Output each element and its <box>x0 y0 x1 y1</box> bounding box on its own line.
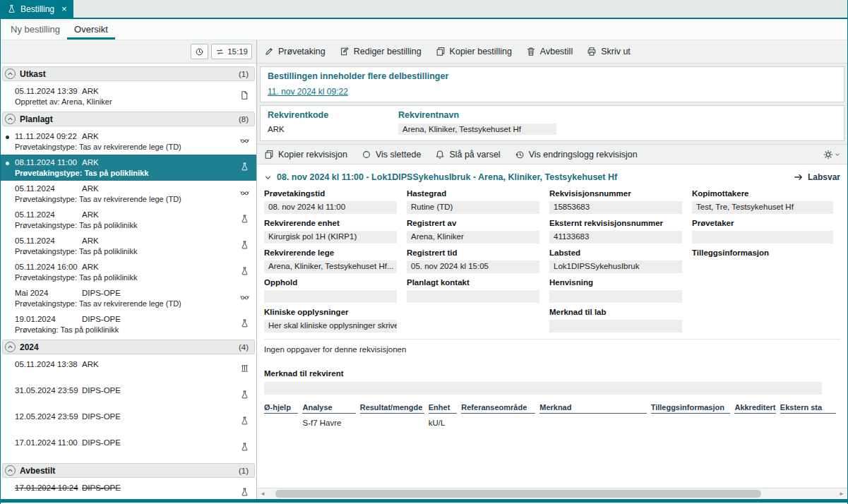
order-date: 05.11.2024 <box>15 236 82 246</box>
copy-icon <box>264 150 274 160</box>
order-source: DIPS-OPE <box>82 412 121 422</box>
collapse-chevron-icon[interactable] <box>5 114 16 124</box>
window-tab-bestilling[interactable]: Bestilling × <box>1 0 73 18</box>
rediger-bestilling-button[interactable]: Rediger bestilling <box>340 47 422 56</box>
order-source: ARK <box>82 210 99 220</box>
cell-tilleggsinformasjon <box>651 414 731 427</box>
order-desc: Prøvetakingstype: Tas på poliklinikk <box>15 168 235 179</box>
collapse-chevron-icon[interactable] <box>5 68 16 79</box>
requisition-panel: 08. nov 2024 kl 11:00 - Lok1DIPSSykehusI… <box>257 164 847 488</box>
column-header-enhet[interactable]: Enhet <box>429 403 458 414</box>
order-desc: Prøvetakingstype: Tas av rekvirerende le… <box>15 299 235 309</box>
expand-chevron-icon[interactable] <box>264 174 272 181</box>
requisition-header[interactable]: 08. nov 2024 kl 11:00 - Lok1DIPSSykehusI… <box>264 168 840 186</box>
field-value: 41133683 <box>549 231 682 244</box>
nav-tab-ny-bestilling[interactable]: Ny bestilling <box>4 19 67 40</box>
column-header-akkreditert[interactable]: Akkreditert <box>734 403 775 414</box>
section-count: (8) <box>239 115 249 124</box>
order-desc: Prøvetakingstype: Tas av rekvirerende le… <box>15 142 235 152</box>
field-value: 05. nov 2024 kl 15:05 <box>407 260 539 273</box>
order-date: Mai 2024 <box>15 288 82 299</box>
vis-endringslogg-button[interactable]: Vis endringslogg rekvisisjon <box>515 150 638 160</box>
kopier-rekvisisjon-button[interactable]: Kopier rekvisisjon <box>264 150 347 160</box>
order-list-item[interactable]: 05.11.2024 13:38ARK <box>1 356 256 383</box>
sidebar-section-planlagt[interactable]: Planlagt (8) <box>2 112 255 126</box>
column-header-ohjelp[interactable]: Ø-hjelp <box>264 403 298 414</box>
scroll-thumb[interactable] <box>275 490 761 498</box>
tab-close-icon[interactable]: × <box>61 4 67 14</box>
kopier-bestilling-button[interactable]: Kopier bestilling <box>436 47 512 56</box>
merknad-input <box>264 382 822 395</box>
section-title: 2024 <box>20 342 39 352</box>
field-kliniske-opplysninger: Kliniske opplysninger Her skal kliniske … <box>264 308 397 332</box>
sla-pa-varsel-button[interactable]: Slå på varsel <box>435 150 500 160</box>
flask-icon <box>240 318 249 330</box>
sidebar-section-avbestilt[interactable]: Avbestilt (1) <box>2 463 255 478</box>
sidebar-section-2024[interactable]: 2024 (4) <box>2 340 255 354</box>
scroll-left-button[interactable]: ◄ <box>260 491 265 497</box>
field-registrert-av: Registrert av Arena, Kliniker <box>407 219 539 244</box>
horizontal-scrollbar[interactable]: ◄ ► <box>257 488 847 499</box>
requisition-toolbar: Kopier rekvisisjon Vis slettede Slå på v… <box>257 144 847 164</box>
provetaking-button[interactable]: Prøvetaking <box>264 47 326 56</box>
section-count: (1) <box>239 467 249 475</box>
order-desc <box>15 448 235 458</box>
labsvar-button[interactable]: Labsvar <box>794 172 840 182</box>
order-date: 05.11.2024 <box>15 184 82 194</box>
field-hastegrad: Hastegrad Rutine (TD) <box>407 189 539 214</box>
scroll-right-button[interactable]: ► <box>839 491 844 497</box>
merknad-til-rekvirent-field: Merknad til rekvirent <box>264 369 840 395</box>
skriv-ut-button[interactable]: Skriv ut <box>587 47 631 56</box>
order-list-item[interactable]: 05.11.2024 13:39ARK Opprettet av: Arena,… <box>1 83 256 109</box>
field-opphold: Opphold <box>264 278 397 303</box>
settings-button[interactable] <box>823 150 840 160</box>
order-list-item[interactable]: 17.01.2024 11:00DIPS-OPE <box>1 435 256 461</box>
order-list-item-cancelled[interactable]: 17.01.2024 10:24DIPS-OPE <box>1 480 256 499</box>
bell-icon <box>435 150 445 160</box>
vis-slettede-button[interactable]: Vis slettede <box>362 150 421 160</box>
order-list-item[interactable]: 05.11.2024 16:00ARK Prøvetakingstype: Ta… <box>1 259 256 285</box>
doctor-sampling-icon <box>240 292 249 304</box>
collapse-chevron-icon[interactable] <box>5 465 16 476</box>
order-list-item[interactable]: 05.11.2024ARK Prøvetakingstype: Tas av r… <box>1 181 256 207</box>
refresh-time: 15:19 <box>227 47 248 56</box>
unread-dot <box>6 136 9 139</box>
order-source: ARK <box>82 86 99 97</box>
result-row[interactable]: S-f7 Havre kU/L <box>264 414 840 427</box>
avbestill-button[interactable]: Avbestill <box>526 47 573 56</box>
field-labsted: Labsted Lok1DIPSSykehusIbruk <box>549 248 682 273</box>
column-header-resultat[interactable]: Resultat/mengde <box>360 403 424 414</box>
order-list-item[interactable]: 05.11.2024ARK Prøvetakingstype: Tas på p… <box>1 207 256 233</box>
order-list-item[interactable]: 19.01.2024DIPS-OPE Prøvetaking: Tas på p… <box>1 311 256 337</box>
order-list-item[interactable]: 11.11.2024 09:22ARK Prøvetakingstype: Ta… <box>1 128 256 155</box>
order-list-item[interactable]: 12.05.2024 23:59DIPS-OPE <box>1 409 256 435</box>
field-value: Arena, Kliniker, Testsykehuset Hf... <box>264 260 397 273</box>
order-desc <box>15 422 235 432</box>
column-header-tilleggsinformasjon[interactable]: Tilleggsinformasjon <box>651 403 731 414</box>
column-header-referanseomrade[interactable]: Referanseområde <box>461 403 535 414</box>
column-header-ekstern[interactable]: Ekstern sta <box>780 403 836 414</box>
results-header-row: Ø-hjelp Analyse Resultat/mengde Enhet Re… <box>264 403 840 414</box>
order-list-item[interactable]: 05.11.2024ARK Prøvetakingstype: Tas på p… <box>1 233 256 259</box>
field-rekvirerende-enhet: Rekvirerende enhet Kirurgisk pol 1H (KIR… <box>264 219 397 244</box>
refresh-icon <box>215 47 225 56</box>
notice-title: Bestillingen inneholder flere delbestill… <box>268 71 837 81</box>
sidebar-section-utkast[interactable]: Utkast (1) <box>2 66 255 81</box>
field-value <box>549 320 682 332</box>
merknad-label: Merknad til rekvirent <box>264 369 840 379</box>
refresh-button[interactable]: 15:19 <box>211 44 252 59</box>
window-tab-bar: Bestilling × <box>1 0 847 19</box>
column-header-analyse[interactable]: Analyse <box>302 403 355 414</box>
order-source: ARK <box>82 359 99 370</box>
column-header-merknad[interactable]: Merknad <box>539 403 646 414</box>
nav-tab-oversikt[interactable]: Oversikt <box>67 19 115 40</box>
order-list-item[interactable]: Mai 2024DIPS-OPE Prøvetakingstype: Tas a… <box>1 285 256 311</box>
order-list-item-selected[interactable]: 08.11.2024 11:00ARK Prøvetakingstype: Ta… <box>1 155 256 181</box>
order-list-item[interactable]: 31.05.2024 23:59DIPS-OPE <box>1 383 256 409</box>
field-planlagt-kontakt: Planlagt kontakt <box>407 278 539 303</box>
collapse-chevron-icon[interactable] <box>5 342 16 352</box>
order-list: Utkast (1) 05.11.2024 13:39ARK Opprettet… <box>1 64 256 499</box>
suborder-link[interactable]: 11. nov 2024 kl 09:22 <box>268 87 348 97</box>
no-tasks-text: Ingen oppgaver for denne rekvisisjonen <box>264 340 840 354</box>
sort-order-button[interactable] <box>191 44 208 59</box>
